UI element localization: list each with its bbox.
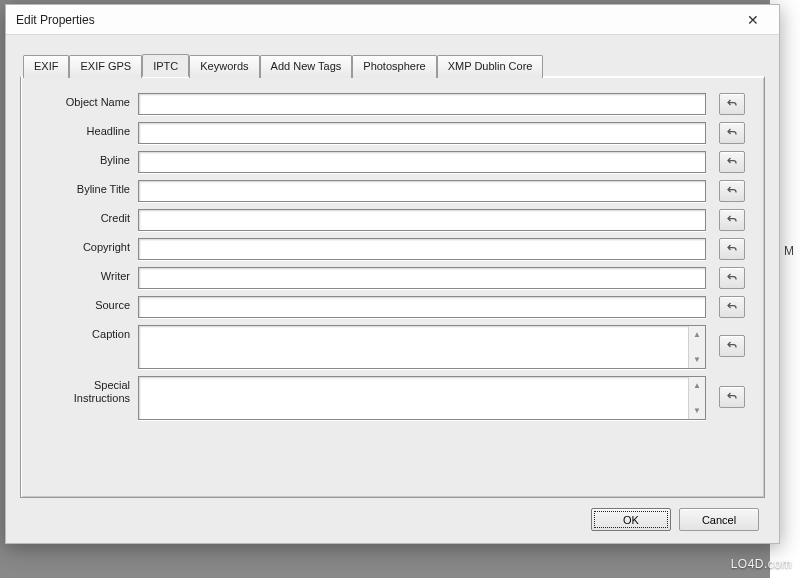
row-credit: Credit xyxy=(35,209,750,231)
row-byline: Byline xyxy=(35,151,750,173)
row-caption: Caption ▲ ▼ xyxy=(35,325,750,369)
input-writer[interactable] xyxy=(138,267,706,289)
dialog-body: EXIF EXIF GPS IPTC Keywords Add New Tags… xyxy=(6,35,779,543)
scrollbar[interactable]: ▲ ▼ xyxy=(688,326,705,368)
scroll-down-icon[interactable]: ▼ xyxy=(689,351,705,368)
label-credit: Credit xyxy=(35,209,130,225)
label-copyright: Copyright xyxy=(35,238,130,254)
dialog-button-row: OK Cancel xyxy=(20,498,765,533)
input-byline[interactable] xyxy=(138,151,706,173)
input-byline-title[interactable] xyxy=(138,180,706,202)
row-copyright: Copyright xyxy=(35,238,750,260)
row-special-instructions: Special Instructions ▲ ▼ xyxy=(35,376,750,420)
row-byline-title: Byline Title xyxy=(35,180,750,202)
undo-headline-button[interactable] xyxy=(719,122,745,144)
label-writer: Writer xyxy=(35,267,130,283)
undo-icon xyxy=(725,214,739,226)
edit-properties-dialog: Edit Properties ✕ EXIF EXIF GPS IPTC Key… xyxy=(5,4,780,544)
undo-icon xyxy=(725,340,739,352)
undo-icon xyxy=(725,272,739,284)
row-writer: Writer xyxy=(35,267,750,289)
undo-icon xyxy=(725,243,739,255)
undo-icon xyxy=(725,185,739,197)
scroll-up-icon[interactable]: ▲ xyxy=(689,326,705,343)
tab-iptc[interactable]: IPTC xyxy=(142,54,189,77)
label-special-instructions: Special Instructions xyxy=(35,376,130,405)
undo-special-instructions-button[interactable] xyxy=(719,386,745,408)
row-source: Source xyxy=(35,296,750,318)
tab-add-new-tags[interactable]: Add New Tags xyxy=(260,55,353,78)
input-credit[interactable] xyxy=(138,209,706,231)
undo-writer-button[interactable] xyxy=(719,267,745,289)
close-button[interactable]: ✕ xyxy=(733,8,773,32)
undo-caption-button[interactable] xyxy=(719,335,745,357)
tab-photosphere[interactable]: Photosphere xyxy=(352,55,436,78)
label-byline: Byline xyxy=(35,151,130,167)
input-object-name[interactable] xyxy=(138,93,706,115)
scroll-up-icon[interactable]: ▲ xyxy=(689,377,705,394)
scroll-down-icon[interactable]: ▼ xyxy=(689,402,705,419)
watermark: LO4D.com xyxy=(731,557,792,571)
undo-copyright-button[interactable] xyxy=(719,238,745,260)
row-object-name: Object Name xyxy=(35,93,750,115)
undo-icon xyxy=(725,127,739,139)
undo-object-name-button[interactable] xyxy=(719,93,745,115)
tab-exif[interactable]: EXIF xyxy=(23,55,69,78)
tab-xmp-dublin-core[interactable]: XMP Dublin Core xyxy=(437,55,544,78)
tab-panel: EXIF EXIF GPS IPTC Keywords Add New Tags… xyxy=(20,76,765,498)
textarea-wrap-special-instructions: ▲ ▼ xyxy=(138,376,706,420)
label-source: Source xyxy=(35,296,130,312)
undo-source-button[interactable] xyxy=(719,296,745,318)
label-object-name: Object Name xyxy=(35,93,130,109)
ok-button[interactable]: OK xyxy=(591,508,671,531)
cancel-button[interactable]: Cancel xyxy=(679,508,759,531)
undo-credit-button[interactable] xyxy=(719,209,745,231)
row-headline: Headline xyxy=(35,122,750,144)
window-title: Edit Properties xyxy=(16,13,95,27)
undo-icon xyxy=(725,156,739,168)
iptc-tab-content: Object Name Headline Byline Byline Title xyxy=(21,77,764,441)
background-letter: M xyxy=(784,244,794,258)
input-copyright[interactable] xyxy=(138,238,706,260)
textarea-wrap-caption: ▲ ▼ xyxy=(138,325,706,369)
scrollbar[interactable]: ▲ ▼ xyxy=(688,377,705,419)
input-headline[interactable] xyxy=(138,122,706,144)
input-special-instructions[interactable] xyxy=(139,377,688,419)
tab-bar: EXIF EXIF GPS IPTC Keywords Add New Tags… xyxy=(23,54,543,77)
undo-icon xyxy=(725,98,739,110)
tab-exif-gps[interactable]: EXIF GPS xyxy=(69,55,142,78)
undo-icon xyxy=(725,301,739,313)
input-source[interactable] xyxy=(138,296,706,318)
undo-icon xyxy=(725,391,739,403)
label-byline-title: Byline Title xyxy=(35,180,130,196)
tab-keywords[interactable]: Keywords xyxy=(189,55,259,78)
close-icon: ✕ xyxy=(747,12,759,28)
label-caption: Caption xyxy=(35,325,130,341)
label-headline: Headline xyxy=(35,122,130,138)
input-caption[interactable] xyxy=(139,326,688,368)
undo-byline-title-button[interactable] xyxy=(719,180,745,202)
titlebar: Edit Properties ✕ xyxy=(6,5,779,35)
undo-byline-button[interactable] xyxy=(719,151,745,173)
